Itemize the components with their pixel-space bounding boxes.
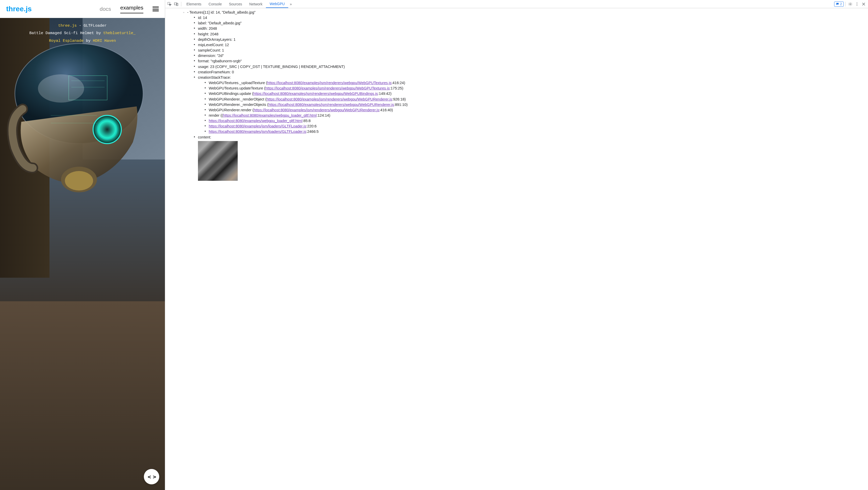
stack-source-link[interactable]: https://localhost:8080/examples/jsm/rend… xyxy=(266,86,390,90)
svg-point-16 xyxy=(850,3,851,4)
stack-source-link[interactable]: https://localhost:8080/examples/webgpu_l… xyxy=(209,119,302,123)
stack-frame: https://localhost:8080/examples/jsm/load… xyxy=(205,124,865,129)
stack-frame: https://localhost:8080/examples/jsm/load… xyxy=(205,129,865,134)
tab-webgpu[interactable]: WebGPU xyxy=(266,0,288,8)
tab-elements[interactable]: Elements xyxy=(183,1,205,8)
prop-creation-frame: creationFrameNum: 0 xyxy=(194,69,865,75)
svg-point-19 xyxy=(857,5,858,6)
stack-source-link[interactable]: https://localhost:8080/examples/jsm/rend… xyxy=(254,108,379,112)
stack-frame: WebGPUTextures._uploadTexture (https://l… xyxy=(205,80,865,86)
view-source-button[interactable]: < > xyxy=(144,469,159,484)
stack-source-link[interactable]: https://localhost:8080/examples/webgpu_l… xyxy=(223,113,317,117)
prop-stack-trace[interactable]: creationStackTrace: WebGPUTextures._uplo… xyxy=(194,75,865,134)
stack-source-link[interactable]: https://localhost:8080/examples/jsm/rend… xyxy=(269,102,394,107)
stack-source-link[interactable]: https://localhost:8080/examples/jsm/load… xyxy=(209,124,306,128)
svg-point-18 xyxy=(857,4,858,4)
threejs-logo[interactable]: three.js xyxy=(6,5,32,13)
svg-point-17 xyxy=(857,2,858,3)
viewer-header: three.js docs examples xyxy=(0,0,165,18)
stack-frame: render ((https://localhost:8080/examples… xyxy=(205,113,865,118)
stack-frame: WebGPUBindings.update (https://localhost… xyxy=(205,91,865,96)
devtools-toolbar: Elements Console Sources Network WebGPU … xyxy=(165,0,868,8)
stack-source-link[interactable]: https://localhost:8080/examples/jsm/rend… xyxy=(253,92,378,96)
tab-console[interactable]: Console xyxy=(205,1,225,8)
prop-usage: usage: 23 (COPY_SRC | COPY_DST | TEXTURE… xyxy=(194,64,865,69)
kebab-menu-icon[interactable] xyxy=(854,1,860,7)
author-link[interactable]: theblueturtle_ xyxy=(103,31,136,35)
close-icon[interactable] xyxy=(860,1,867,7)
stack-frame: WebGPURenderer.render (https://localhost… xyxy=(205,108,865,113)
prop-id: id: 14 xyxy=(194,15,865,21)
threejs-link[interactable]: three.js xyxy=(58,24,77,28)
texture-node[interactable]: - Textures[11] id: 14, "Default_albedo.j… xyxy=(184,10,865,181)
canvas-overlay-text: three.js - GLTFLoader Battle Damaged Sci… xyxy=(0,22,165,44)
settings-icon[interactable] xyxy=(847,1,854,7)
viewer-canvas[interactable]: three.js - GLTFLoader Battle Damaged Sci… xyxy=(0,18,165,490)
prop-width: width: 2048 xyxy=(194,26,865,31)
svg-point-12 xyxy=(38,74,84,102)
prop-format: format: "rgba8unorm-srgb" xyxy=(194,58,865,64)
devtools-content[interactable]: - Textures[11] id: 14, "Default_albedo.j… xyxy=(165,8,868,490)
nav-docs[interactable]: docs xyxy=(100,6,111,12)
prop-label: label: "Default_albedo.jpg" xyxy=(194,21,865,26)
stack-frame: WebGPURenderer._renderObjects (https://l… xyxy=(205,102,865,108)
hdri-haven-link[interactable]: HDRI Haven xyxy=(93,39,116,43)
feedback-badge[interactable]: 2 xyxy=(834,2,844,7)
more-tabs-icon[interactable]: » xyxy=(288,2,293,6)
texture-thumbnail[interactable] xyxy=(198,141,238,181)
devtools-panel: Elements Console Sources Network WebGPU … xyxy=(165,0,868,490)
tab-network[interactable]: Network xyxy=(246,1,266,8)
prop-dimension: dimension: "2d" xyxy=(194,53,865,58)
prop-content: content: xyxy=(194,134,865,181)
tab-sources[interactable]: Sources xyxy=(225,1,246,8)
hdri-location-link[interactable]: Royal Esplanade xyxy=(49,39,84,43)
inspect-element-icon[interactable] xyxy=(166,1,173,7)
prop-depth: depthOrArrayLayers: 1 xyxy=(194,37,865,42)
stack-frame: WebGPUTextures.updateTexture (https://lo… xyxy=(205,86,865,91)
stack-frame: WebGPURenderer._renderObject (https://lo… xyxy=(205,97,865,102)
threejs-viewer-panel: three.js docs examples three.js - GLTFLo… xyxy=(0,0,165,490)
nav-examples[interactable]: examples xyxy=(120,5,143,13)
svg-rect-15 xyxy=(177,3,178,6)
stack-frame: https://localhost:8080/examples/webgpu_l… xyxy=(205,118,865,124)
prop-mip: mipLevelCount: 12 xyxy=(194,42,865,48)
stack-source-link[interactable]: https://localhost:8080/examples/jsm/rend… xyxy=(267,81,392,85)
device-toolbar-icon[interactable] xyxy=(173,1,180,7)
stack-source-link[interactable]: https://localhost:8080/examples/jsm/rend… xyxy=(267,97,392,101)
svg-point-11 xyxy=(65,171,93,190)
menu-icon[interactable] xyxy=(153,7,159,11)
prop-height: height: 2048 xyxy=(194,32,865,37)
helmet-3d-render xyxy=(0,42,165,201)
stack-source-link[interactable]: https://localhost:8080/examples/jsm/load… xyxy=(209,129,306,133)
prop-sample: sampleCount: 1 xyxy=(194,48,865,53)
